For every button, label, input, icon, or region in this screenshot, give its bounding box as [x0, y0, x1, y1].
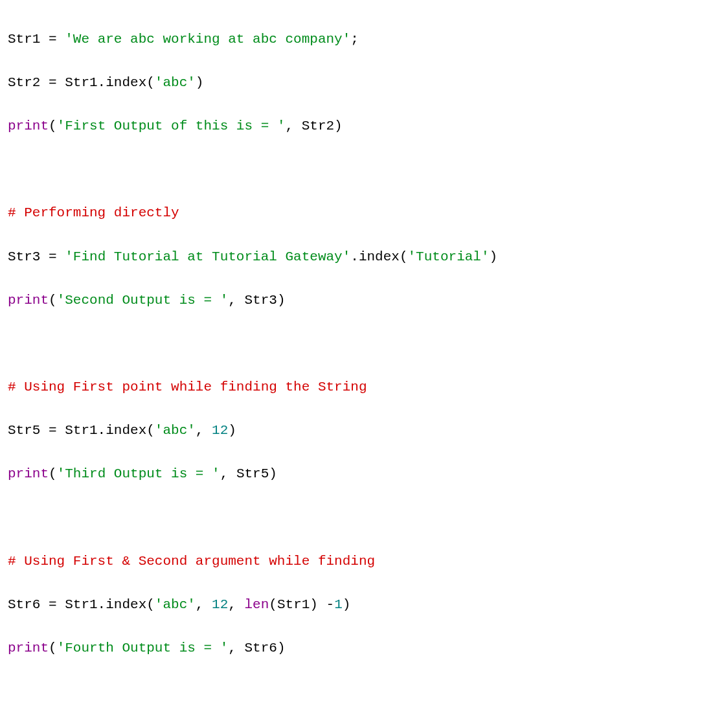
code-comment: # Using First & Second argument while fi…: [8, 551, 694, 573]
code-comment: # Performing directly: [8, 202, 694, 224]
code-line: print('First Output of this is = ', Str2…: [8, 115, 694, 137]
code-line: print('Third Output is = ', Str5): [8, 463, 694, 485]
code-line: print('Fourth Output is = ', Str6): [8, 637, 694, 659]
blank-line: [8, 507, 694, 529]
code-line: Str3 = 'Find Tutorial at Tutorial Gatewa…: [8, 246, 694, 268]
blank-line: [8, 333, 694, 355]
code-comment: # Using First & Second while finding Non…: [8, 725, 694, 728]
code-line: Str1 = 'We are abc working at abc compan…: [8, 28, 694, 51]
code-line: Str2 = Str1.index('abc'): [8, 72, 694, 94]
code-line: print('Second Output is = ', Str3): [8, 290, 694, 312]
blank-line: [8, 681, 694, 703]
code-editor[interactable]: Str1 = 'We are abc working at abc compan…: [0, 0, 702, 728]
code-comment: # Using First point while finding the St…: [8, 376, 694, 398]
code-line: Str6 = Str1.index('abc', 12, len(Str1) -…: [8, 594, 694, 616]
blank-line: [8, 159, 694, 181]
code-line: Str5 = Str1.index('abc', 12): [8, 420, 694, 442]
